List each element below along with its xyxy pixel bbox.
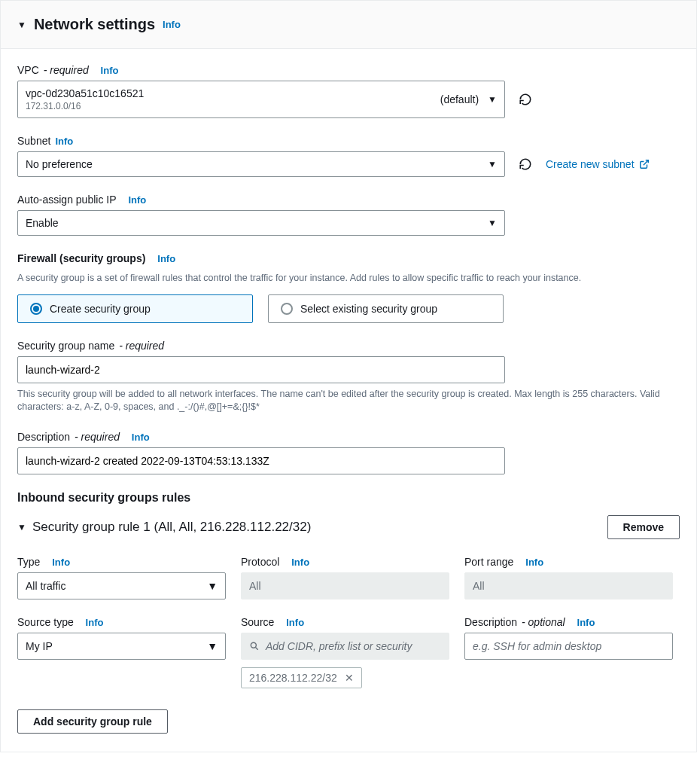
auto-ip-label: Auto-assign public IP (17, 194, 117, 206)
chevron-down-icon: ▼ (488, 218, 497, 228)
sg-name-help: This security group will be added to all… (17, 388, 680, 414)
create-security-group-option[interactable]: Create security group (17, 294, 253, 323)
refresh-icon (519, 93, 532, 106)
create-subnet-link[interactable]: Create new subnet (546, 158, 650, 170)
remove-rule-button[interactable]: Remove (607, 515, 680, 539)
select-sg-label: Select existing security group (300, 303, 437, 315)
rule-source-type-value: My IP (26, 640, 53, 652)
chevron-down-icon: ▼ (207, 640, 218, 652)
source-cidr-chip: 216.228.112.22/32 ✕ (241, 667, 362, 688)
radio-icon (30, 303, 42, 315)
sg-desc-info-link[interactable]: Info (132, 432, 150, 443)
rule-type-value: All traffic (26, 580, 65, 592)
rule-desc-input-wrap (464, 633, 673, 660)
rule-port-field: Port range Info All (464, 556, 673, 599)
subnet-field: Subnet Info No preference ▼ Create new s… (17, 135, 680, 177)
external-link-icon (639, 159, 650, 169)
vpc-refresh-button[interactable] (517, 91, 534, 108)
create-sg-label: Create security group (50, 303, 151, 315)
chevron-down-icon: ▼ (488, 94, 497, 105)
svg-line-2 (255, 647, 257, 649)
header-info-link[interactable]: Info (163, 19, 181, 30)
rule-source-placeholder: Add CIDR, prefix list or security (266, 640, 412, 652)
rule-desc-input[interactable] (473, 640, 665, 652)
auto-ip-field: Auto-assign public IP Info Enable ▼ (17, 194, 680, 236)
firewall-field: Firewall (security groups) Info A securi… (17, 252, 680, 323)
chevron-down-icon: ▼ (207, 580, 218, 592)
rule-type-select[interactable]: All traffic ▼ (17, 572, 226, 599)
rule-source-field: Source Info Add CIDR, prefix list or sec… (241, 616, 449, 688)
rule-source-type-label: Source type (17, 616, 74, 628)
panel-header: ▼ Network settings Info (1, 1, 696, 49)
radio-icon (281, 303, 293, 315)
subnet-refresh-button[interactable] (517, 156, 534, 172)
sg-name-label: Security group name (17, 340, 114, 352)
vpc-label: VPC (17, 64, 39, 76)
search-icon (249, 641, 260, 651)
rule-port-info-link[interactable]: Info (525, 557, 543, 568)
auto-ip-selected: Enable (26, 217, 59, 229)
sg-desc-required: - required (75, 431, 120, 443)
sg-name-required: - required (119, 340, 164, 352)
collapse-caret-icon[interactable]: ▼ (17, 20, 26, 30)
rule-source-label: Source (241, 616, 274, 628)
subnet-select[interactable]: No preference ▼ (17, 151, 505, 177)
vpc-info-link[interactable]: Info (101, 65, 119, 76)
select-existing-security-group-option[interactable]: Select existing security group (268, 294, 504, 323)
rule-protocol-field: Protocol Info All (241, 556, 449, 599)
rule-source-input: Add CIDR, prefix list or security (241, 633, 449, 660)
rule-collapse-caret-icon[interactable]: ▼ (17, 522, 26, 532)
sg-name-input[interactable] (17, 356, 505, 383)
add-security-group-rule-button[interactable]: Add security group rule (17, 709, 168, 734)
auto-ip-select[interactable]: Enable ▼ (17, 210, 505, 236)
inbound-rules-heading: Inbound security groups rules (17, 491, 680, 505)
vpc-selected-id: vpc-0d230a51c10c16521 (26, 87, 440, 99)
firewall-help: A security group is a set of firewall ru… (17, 272, 680, 285)
remove-cidr-icon[interactable]: ✕ (345, 672, 354, 684)
rule-source-type-select[interactable]: My IP ▼ (17, 633, 226, 660)
rule-desc-optional: - optional (522, 616, 565, 628)
rule-source-type-field: Source type Info My IP ▼ (17, 616, 226, 688)
vpc-default-tag: (default) (440, 93, 479, 105)
rule-type-label: Type (17, 556, 40, 568)
vpc-select[interactable]: vpc-0d230a51c10c16521 172.31.0.0/16 (def… (17, 81, 505, 118)
rule-title: Security group rule 1 (All, All, 216.228… (32, 520, 311, 535)
rule-desc-field: Description - optional Info (464, 616, 673, 688)
auto-ip-info-link[interactable]: Info (128, 194, 146, 206)
rule-type-info-link[interactable]: Info (52, 557, 70, 568)
firewall-info-link[interactable]: Info (157, 253, 175, 264)
sg-desc-input[interactable] (17, 447, 505, 474)
create-subnet-link-text: Create new subnet (546, 158, 635, 170)
sg-name-field: Security group name - required This secu… (17, 340, 680, 414)
rule-protocol-info-link[interactable]: Info (291, 557, 309, 568)
vpc-selected-cidr: 172.31.0.0/16 (26, 101, 440, 111)
rule-protocol-value: All (249, 580, 261, 592)
rule-protocol-label: Protocol (241, 556, 279, 568)
source-cidr-value: 216.228.112.22/32 (249, 672, 337, 684)
sg-desc-label: Description (17, 431, 70, 443)
rule-protocol-value-box: All (241, 572, 449, 599)
subnet-label: Subnet (17, 135, 50, 147)
rule-desc-label: Description (464, 616, 517, 628)
rule-port-value-box: All (464, 572, 673, 599)
rule-port-value: All (473, 580, 485, 592)
chevron-down-icon: ▼ (488, 159, 497, 169)
firewall-label: Firewall (security groups) (17, 252, 145, 264)
panel-title: Network settings (34, 16, 155, 33)
rule-type-field: Type Info All traffic ▼ (17, 556, 226, 599)
svg-point-1 (251, 642, 256, 648)
subnet-selected: No preference (26, 158, 93, 170)
vpc-required: - required (44, 64, 89, 76)
vpc-field: VPC - required Info vpc-0d230a51c10c1652… (17, 64, 680, 118)
rule-desc-info-link[interactable]: Info (577, 617, 595, 628)
rule-port-label: Port range (464, 556, 513, 568)
rule-source-info-link[interactable]: Info (286, 617, 304, 628)
refresh-icon (519, 157, 532, 171)
svg-line-0 (643, 160, 647, 165)
subnet-info-link[interactable]: Info (55, 136, 73, 147)
sg-desc-field: Description - required Info (17, 431, 680, 474)
rule-source-type-info-link[interactable]: Info (86, 617, 104, 628)
